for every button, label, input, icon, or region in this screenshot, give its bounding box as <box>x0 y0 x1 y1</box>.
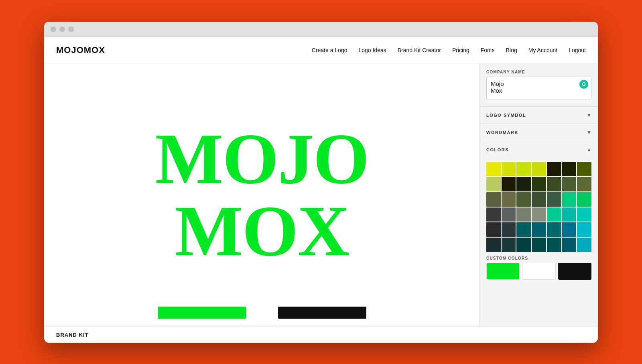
colors-arrow: ▲ <box>587 147 591 153</box>
browser-content: MOJOMOX Create a Logo Logo Ideas Brand K… <box>44 37 598 343</box>
color-swatch-6[interactable] <box>577 162 591 177</box>
color-swatch-28[interactable] <box>486 222 501 237</box>
nav-pricing[interactable]: Pricing <box>452 47 469 53</box>
color-swatch-8[interactable] <box>502 177 516 191</box>
custom-swatch-green[interactable] <box>486 263 520 280</box>
color-swatch-19[interactable] <box>562 192 577 207</box>
browser-dot-red <box>51 26 56 32</box>
color-swatch-27[interactable] <box>577 207 591 222</box>
logo-line-2: MOX <box>175 195 349 267</box>
color-swatch-34[interactable] <box>577 222 591 237</box>
wordmark-arrow: ▼ <box>587 130 591 135</box>
company-name-section: COMPANY NAME Mojo Mox G <box>480 63 598 106</box>
browser-window: MOJOMOX Create a Logo Logo Ideas Brand K… <box>44 22 598 343</box>
wordmark-section: WORDMARK ▼ <box>480 124 598 141</box>
color-swatch-31[interactable] <box>532 222 546 237</box>
color-swatch-9[interactable] <box>516 177 531 191</box>
color-swatch-22[interactable] <box>502 207 516 222</box>
color-swatch-39[interactable] <box>547 238 561 252</box>
nav-create-logo[interactable]: Create a Logo <box>312 47 347 53</box>
color-swatch-26[interactable] <box>562 207 577 222</box>
color-swatch-21[interactable] <box>486 207 501 222</box>
custom-swatch-white[interactable] <box>522 263 555 280</box>
color-swatch-23[interactable] <box>516 207 531 222</box>
color-swatch-4[interactable] <box>547 162 561 177</box>
browser-chrome <box>44 22 598 37</box>
main-area: MOJO MOX COMPANY NAME Mojo Mox G <box>44 63 598 327</box>
nav-brand-kit-creator[interactable]: Brand Kit Creator <box>398 47 441 53</box>
colors-label: COLORS <box>486 147 509 152</box>
color-swatch-2[interactable] <box>516 162 531 177</box>
color-swatch-35[interactable] <box>486 238 501 252</box>
nav-my-account[interactable]: My Account <box>528 47 557 53</box>
company-name-input[interactable]: Mojo Mox <box>486 77 591 100</box>
nav-logo-ideas[interactable]: Logo Ideas <box>358 47 386 53</box>
company-name-wrapper: Mojo Mox G <box>486 77 591 102</box>
logo-display: MOJO MOX <box>155 123 369 267</box>
wordmark-header[interactable]: WORDMARK ▼ <box>480 124 598 141</box>
sidebar: COMPANY NAME Mojo Mox G LOGO SYMBOL ▼ <box>479 63 598 327</box>
color-swatch-40[interactable] <box>562 238 577 252</box>
logo-symbol-label: LOGO SYMBOL <box>486 113 526 118</box>
color-swatch-15[interactable] <box>502 192 516 207</box>
color-swatch-0[interactable] <box>486 162 501 177</box>
grammarly-button[interactable]: G <box>579 80 588 89</box>
color-swatch-13[interactable] <box>577 177 591 191</box>
logo-line-1: MOJO <box>155 123 369 195</box>
site-logo: MOJOMOX <box>56 45 105 55</box>
color-swatch-5[interactable] <box>562 162 577 177</box>
color-swatch-32[interactable] <box>547 222 561 237</box>
brand-kit-label: BRAND KIT <box>56 332 89 338</box>
color-swatch-18[interactable] <box>547 192 561 207</box>
browser-dot-green <box>68 26 74 32</box>
nav-links: Create a Logo Logo Ideas Brand Kit Creat… <box>312 47 586 53</box>
logo-symbol-header[interactable]: LOGO SYMBOL ▼ <box>480 107 598 124</box>
color-swatch-38[interactable] <box>532 238 546 252</box>
canvas-bottom <box>44 307 479 327</box>
custom-swatch-black[interactable] <box>558 263 591 280</box>
colors-palette: CUSTOM COLORS <box>480 158 598 285</box>
color-swatch-41[interactable] <box>577 238 591 252</box>
color-swatch-20[interactable] <box>577 192 591 207</box>
color-swatch-12[interactable] <box>562 177 577 191</box>
color-swatch-11[interactable] <box>547 177 561 191</box>
canvas-button-green[interactable] <box>158 307 246 319</box>
logo-symbol-arrow: ▼ <box>587 112 591 118</box>
color-swatch-16[interactable] <box>516 192 531 207</box>
brand-kit-footer: BRAND KIT <box>44 327 598 343</box>
colors-section: COLORS ▲ CUSTOM COLORS <box>480 141 598 285</box>
color-swatch-7[interactable] <box>486 177 501 191</box>
color-swatch-37[interactable] <box>516 238 531 252</box>
custom-colors-label: CUSTOM COLORS <box>486 256 591 260</box>
color-swatch-3[interactable] <box>532 162 546 177</box>
color-swatch-30[interactable] <box>516 222 531 237</box>
canvas-area: MOJO MOX <box>44 63 479 327</box>
nav-blog[interactable]: Blog <box>506 47 517 53</box>
color-swatch-10[interactable] <box>532 177 546 191</box>
grammarly-icon: G <box>582 81 585 87</box>
browser-dot-yellow <box>59 26 65 32</box>
wordmark-label: WORDMARK <box>486 130 518 135</box>
color-swatch-29[interactable] <box>502 222 516 237</box>
color-swatch-24[interactable] <box>532 207 546 222</box>
color-swatch-17[interactable] <box>532 192 546 207</box>
color-swatch-1[interactable] <box>502 162 516 177</box>
nav-fonts[interactable]: Fonts <box>481 47 495 53</box>
nav-logout[interactable]: Logout <box>569 47 586 53</box>
logo-symbol-section: LOGO SYMBOL ▼ <box>480 106 598 124</box>
color-grid <box>486 162 591 252</box>
top-nav: MOJOMOX Create a Logo Logo Ideas Brand K… <box>44 37 598 63</box>
color-swatch-36[interactable] <box>502 238 516 252</box>
canvas-button-black[interactable] <box>278 307 366 319</box>
custom-colors-row <box>486 263 591 280</box>
color-swatch-14[interactable] <box>486 192 501 207</box>
colors-header[interactable]: COLORS ▲ <box>480 141 598 158</box>
color-swatch-33[interactable] <box>562 222 577 237</box>
company-name-label: COMPANY NAME <box>486 70 591 74</box>
color-swatch-25[interactable] <box>547 207 561 222</box>
